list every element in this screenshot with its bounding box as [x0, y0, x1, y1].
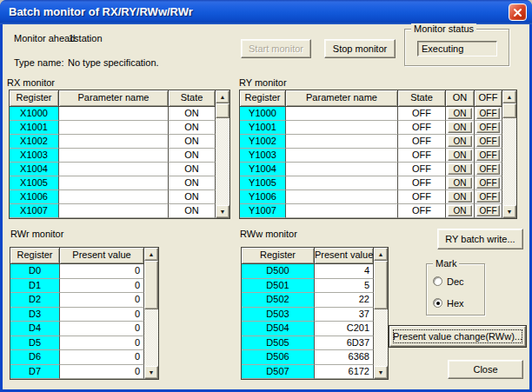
- on-button[interactable]: ON: [448, 122, 472, 133]
- register-cell: D504: [242, 322, 315, 336]
- parameter-name-cell: [59, 163, 169, 176]
- rx-scrollbar[interactable]: ▲ ▼: [216, 90, 229, 218]
- register-cell: X1001: [10, 121, 59, 135]
- register-cell: D4: [10, 322, 60, 336]
- scroll-thumb[interactable]: [502, 103, 516, 118]
- scroll-up-icon[interactable]: ▲: [374, 248, 388, 261]
- off-button[interactable]: OFF: [476, 149, 500, 161]
- table-row: D30: [10, 308, 158, 322]
- parameter-name-cell: [286, 204, 398, 218]
- title-bar[interactable]: Batch monitor of RX/RY/RWw/RWr: [0, 0, 532, 24]
- on-button[interactable]: ON: [448, 136, 472, 147]
- off-button[interactable]: OFF: [476, 136, 500, 147]
- register-cell: D0: [10, 264, 60, 279]
- scroll-thumb[interactable]: [144, 261, 158, 309]
- register-cell: Y1005: [240, 176, 286, 190]
- monitor-status-group: Monitor status Executing: [404, 29, 509, 66]
- ry-header-register[interactable]: Register: [240, 90, 286, 107]
- state-cell: OFF: [398, 107, 446, 121]
- rx-header-register[interactable]: Register: [10, 90, 59, 107]
- off-button[interactable]: OFF: [476, 163, 500, 175]
- present-value-cell: 0: [60, 308, 144, 322]
- state-cell: OFF: [398, 121, 446, 135]
- scroll-down-icon[interactable]: ▼: [144, 366, 158, 379]
- on-button[interactable]: ON: [448, 177, 472, 189]
- scroll-down-icon[interactable]: ▼: [374, 366, 388, 379]
- register-cell: D7: [10, 365, 60, 380]
- ry-header-parameter-name[interactable]: Parameter name: [286, 90, 398, 107]
- rx-header-parameter-name[interactable]: Parameter name: [59, 90, 169, 107]
- rx-header-state[interactable]: State: [169, 90, 216, 107]
- table-row: Y1007OFFONOFF: [240, 204, 516, 218]
- off-button[interactable]: OFF: [476, 191, 500, 203]
- rww-header-present-value[interactable]: Present value: [315, 248, 374, 264]
- radio-selected-icon[interactable]: [433, 298, 442, 308]
- stop-monitor-button[interactable]: Stop monitor: [324, 39, 396, 58]
- present-value-cell: 4: [315, 264, 374, 279]
- ry-header-off[interactable]: OFF: [475, 90, 502, 107]
- state-cell: ON: [169, 163, 216, 176]
- register-cell: Y1002: [240, 135, 286, 149]
- state-cell: ON: [169, 121, 216, 135]
- scroll-up-icon[interactable]: ▲: [502, 90, 516, 103]
- register-cell: X1005: [10, 176, 59, 190]
- table-row: X1006ON: [10, 190, 229, 204]
- table-row: X1003ON: [10, 149, 229, 163]
- register-cell: D6: [10, 350, 60, 365]
- ry-batch-write-button[interactable]: RY batch write...: [437, 229, 523, 249]
- type-name-label: Type name:: [14, 57, 63, 69]
- radio-hex-label[interactable]: Hex: [447, 298, 464, 309]
- type-name-value: No type specification.: [68, 57, 159, 69]
- off-button[interactable]: OFF: [476, 122, 500, 133]
- on-button[interactable]: ON: [448, 149, 472, 161]
- scroll-down-icon[interactable]: ▼: [216, 205, 229, 218]
- close-dialog-button[interactable]: Close: [448, 360, 523, 379]
- mark-group-label: Mark: [433, 258, 459, 269]
- ry-monitor-table: Register Parameter name State ON OFF Y10…: [239, 90, 517, 219]
- parameter-name-cell: [286, 149, 398, 163]
- parameter-name-cell: [59, 135, 169, 149]
- scroll-down-icon[interactable]: ▼: [502, 205, 516, 218]
- register-cell: X1002: [10, 135, 59, 149]
- rww-scrollbar[interactable]: ▲ ▼: [374, 248, 388, 379]
- ry-header-state[interactable]: State: [398, 90, 446, 107]
- off-button[interactable]: OFF: [476, 205, 500, 216]
- present-value-cell: 0: [60, 350, 144, 365]
- on-button[interactable]: ON: [448, 108, 472, 119]
- table-row: D40: [10, 322, 158, 336]
- radio-dec[interactable]: Dec: [433, 276, 464, 287]
- rww-header-register[interactable]: Register: [242, 248, 315, 264]
- rwr-scrollbar[interactable]: ▲ ▼: [144, 248, 158, 379]
- state-cell: ON: [169, 135, 216, 149]
- radio-unselected-icon[interactable]: [433, 276, 442, 286]
- register-cell: Y1004: [240, 163, 286, 176]
- ry-scrollbar[interactable]: ▲ ▼: [502, 90, 516, 218]
- radio-hex[interactable]: Hex: [433, 297, 464, 309]
- rwr-header-register[interactable]: Register: [10, 248, 60, 264]
- ry-header-on[interactable]: ON: [446, 90, 475, 107]
- radio-dec-label[interactable]: Dec: [447, 276, 464, 287]
- parameter-name-cell: [286, 176, 398, 190]
- close-button[interactable]: [509, 3, 527, 21]
- rww-monitor-label: RWw monitor: [240, 229, 297, 240]
- scroll-thumb[interactable]: [216, 103, 229, 118]
- off-button[interactable]: OFF: [476, 177, 500, 189]
- scroll-up-icon[interactable]: ▲: [144, 248, 158, 261]
- table-row: X1000ON: [10, 107, 229, 121]
- present-value-change-button[interactable]: Present value change(RWw)...: [389, 326, 526, 347]
- rwr-header-present-value[interactable]: Present value: [60, 248, 144, 264]
- off-cell: OFF: [475, 190, 502, 204]
- on-button[interactable]: ON: [448, 191, 472, 203]
- rx-monitor-label: RX monitor: [7, 77, 55, 89]
- off-button[interactable]: OFF: [476, 108, 500, 119]
- scroll-thumb[interactable]: [374, 261, 388, 309]
- present-value-cell: 0: [60, 293, 144, 308]
- scroll-up-icon[interactable]: ▲: [216, 90, 229, 103]
- on-button[interactable]: ON: [448, 205, 472, 216]
- on-button[interactable]: ON: [448, 163, 472, 175]
- off-cell: OFF: [475, 107, 502, 121]
- state-cell: OFF: [398, 190, 446, 204]
- register-cell: D503: [242, 308, 315, 322]
- table-row: X1001ON: [10, 121, 229, 135]
- start-monitor-button[interactable]: Start monitor: [241, 39, 311, 58]
